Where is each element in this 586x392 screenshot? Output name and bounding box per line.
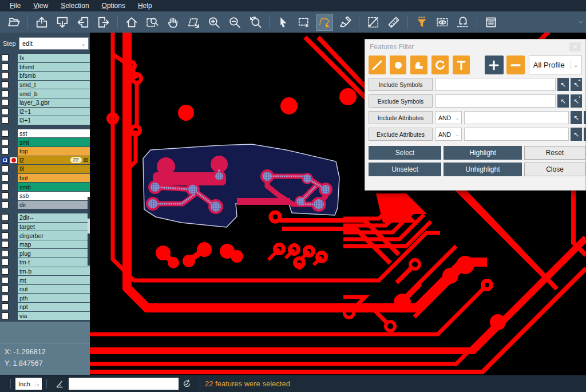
- features-filter-button[interactable]: [413, 14, 430, 31]
- layer-name[interactable]: tm-t: [18, 258, 90, 267]
- unselect-button[interactable]: Unselect: [369, 163, 441, 176]
- layer-checkbox-via[interactable]: [2, 312, 9, 319]
- zoom-out-button[interactable]: [226, 14, 243, 31]
- layer-checkbox-top[interactable]: [2, 148, 9, 155]
- layer-row-tm-b[interactable]: tm-b: [2, 267, 90, 276]
- dialog-title-bar[interactable]: Features Filter ✕: [365, 39, 585, 54]
- line-feature-button[interactable]: [369, 56, 386, 74]
- home-button[interactable]: [123, 14, 140, 31]
- layer-checkbox-l3[interactable]: [2, 165, 9, 172]
- filter-label-button[interactable]: Include Symbols: [369, 78, 433, 91]
- filter-value-input[interactable]: [435, 94, 556, 108]
- layer-row-smb[interactable]: smb: [2, 183, 90, 191]
- layer-name[interactable]: smd_t: [18, 81, 90, 89]
- layer-row-target[interactable]: target: [2, 223, 90, 231]
- layer-row-pth[interactable]: pth: [2, 294, 90, 302]
- layer-row-top[interactable]: top: [2, 147, 90, 156]
- layer-checkbox-fx[interactable]: [2, 54, 9, 61]
- layer-row-l2[interactable]: l222⊞: [2, 156, 90, 165]
- layer-checkbox-plug[interactable]: [2, 250, 9, 257]
- layer-name[interactable]: pth: [18, 294, 90, 302]
- layer-name[interactable]: out: [18, 285, 90, 294]
- layer-row-mt[interactable]: mt: [2, 276, 90, 284]
- layer-row-smd_t[interactable]: smd_t: [2, 81, 90, 89]
- layer-checkbox-layer_3.gbr[interactable]: [2, 99, 9, 106]
- layer-name[interactable]: tm-b: [18, 267, 90, 276]
- layer-name[interactable]: l222⊞: [18, 156, 90, 165]
- layer-row-bot[interactable]: bot: [2, 174, 90, 183]
- unhighlight-button[interactable]: Unhighlight: [444, 163, 522, 176]
- layer-name[interactable]: l2+1: [18, 108, 90, 116]
- profile-select[interactable]: All Profile ⌄: [529, 56, 582, 74]
- pick-from-canvas-button[interactable]: ↖: [557, 94, 569, 108]
- layer-checkbox-bfsmb[interactable]: [2, 72, 9, 79]
- layer-checkbox-dir[interactable]: [2, 201, 9, 208]
- layer-row-map[interactable]: map: [2, 240, 90, 249]
- surface-feature-button[interactable]: [410, 56, 427, 74]
- layer-row-sst[interactable]: sst: [2, 129, 90, 138]
- layer-name[interactable]: sst: [18, 129, 90, 138]
- layer-row-fx[interactable]: fx: [2, 54, 90, 62]
- layer-name[interactable]: smd_b: [18, 89, 90, 98]
- layer-row-via[interactable]: via: [2, 312, 90, 320]
- layer-checkbox-tm-t[interactable]: [2, 259, 9, 266]
- refresh-icon[interactable]: [182, 379, 192, 389]
- layer-list-button[interactable]: [482, 14, 500, 31]
- pick-from-canvas-button[interactable]: ↖: [571, 111, 582, 124]
- menu-item-selection[interactable]: Selection: [54, 1, 95, 11]
- layer-name[interactable]: ssb: [18, 192, 90, 200]
- layer-name[interactable]: bfsmt: [18, 63, 90, 72]
- close-button[interactable]: Close: [524, 163, 585, 176]
- layer-name[interactable]: fx: [18, 54, 90, 62]
- layer-list-scrollbar[interactable]: [88, 197, 90, 266]
- move-right-button[interactable]: [95, 14, 112, 31]
- filter-label-button[interactable]: Exclude Symbols: [369, 94, 433, 108]
- layer-row-plug[interactable]: plug: [2, 249, 90, 258]
- layer-name[interactable]: bot: [18, 174, 90, 183]
- layer-name[interactable]: dir: [18, 201, 90, 209]
- layer-row-dirgerber[interactable]: dirgerber: [2, 231, 90, 240]
- layer-row-layer_3.gbr[interactable]: layer_3.gbr: [2, 98, 90, 107]
- layer-name[interactable]: 2dir--: [18, 213, 90, 222]
- snap-button[interactable]: [454, 14, 472, 31]
- layer-name[interactable]: l3: [18, 165, 90, 173]
- filter-label-button[interactable]: Exclude Attributes: [369, 128, 433, 141]
- layer-name[interactable]: dirgerber: [18, 231, 90, 240]
- move-down-button[interactable]: [54, 14, 71, 31]
- layer-name[interactable]: smt: [18, 138, 90, 146]
- layer-name[interactable]: l3+1: [18, 116, 90, 125]
- layer-name[interactable]: plug: [18, 249, 90, 258]
- layer-name[interactable]: mt: [18, 276, 90, 284]
- text-feature-button[interactable]: [453, 56, 470, 74]
- pick-add-from-canvas-button[interactable]: ↖+: [584, 111, 586, 124]
- zoom-in-button[interactable]: [205, 14, 223, 31]
- pan-hand-button[interactable]: [164, 14, 181, 31]
- layer-checkbox-tm-b[interactable]: [2, 268, 9, 275]
- menu-item-options[interactable]: Options: [96, 1, 132, 11]
- zoom-selection-button[interactable]: [185, 14, 202, 31]
- pick-add-from-canvas-button[interactable]: ↖+: [571, 94, 582, 108]
- pick-add-from-canvas-button[interactable]: ↖+: [584, 128, 586, 141]
- layer-row-dir[interactable]: dir: [2, 201, 90, 209]
- layer-row-smt[interactable]: smt: [2, 138, 90, 146]
- filter-label-button[interactable]: Include Attributes: [369, 111, 433, 124]
- layer-checkbox-dirgerber[interactable]: [2, 232, 9, 239]
- layer-checkbox-smt[interactable]: [2, 139, 9, 146]
- layer-grid-icon[interactable]: ⊞: [84, 157, 88, 163]
- step-select[interactable]: edit ⌄: [19, 37, 89, 50]
- view-options-button[interactable]: [434, 14, 451, 31]
- layer-checkbox-smd_t[interactable]: [2, 81, 9, 88]
- layer-checkbox-bot[interactable]: [2, 175, 9, 181]
- pick-from-canvas-button[interactable]: ↖: [557, 78, 569, 91]
- layer-row-smd_b[interactable]: smd_b: [2, 89, 90, 98]
- unit-select[interactable]: Inch ⌄: [15, 378, 42, 390]
- pick-add-from-canvas-button[interactable]: ↖+: [571, 78, 582, 91]
- layer-checkbox-ssb[interactable]: [2, 192, 9, 199]
- highlight-button[interactable]: Highlight: [444, 146, 522, 160]
- add-filter-button[interactable]: [485, 56, 504, 74]
- select-polygon-button[interactable]: [316, 14, 333, 31]
- move-left-button[interactable]: [74, 14, 92, 31]
- layer-checkbox-target[interactable]: [2, 223, 9, 230]
- menu-item-view[interactable]: View: [27, 1, 54, 11]
- pick-from-canvas-button[interactable]: ↖: [571, 128, 582, 141]
